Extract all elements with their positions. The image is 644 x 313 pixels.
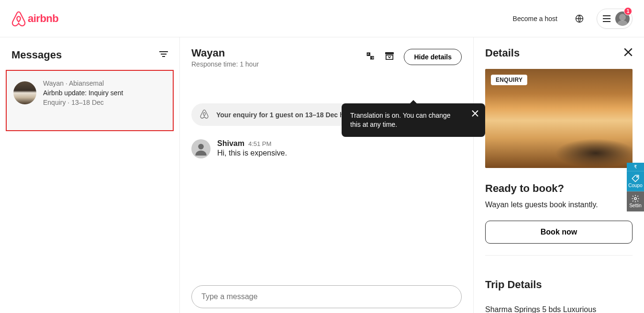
messages-column: Messages Wayan · Abiansemal Airbnb updat… [0, 37, 180, 313]
message-time: 4:51 PM [248, 140, 271, 147]
menu-icon [603, 15, 611, 22]
header-right: Become a host 1 [508, 9, 633, 29]
conversation-response-time: Response time: 1 hour [191, 60, 259, 68]
conversation-name: Wayan [191, 47, 259, 59]
thread-meta: Enquiry · 13–18 Dec [43, 99, 123, 106]
avatar [191, 139, 211, 158]
app-header: airbnb Become a host 1 [0, 0, 644, 37]
hide-details-button[interactable]: Hide details [404, 49, 462, 65]
enquiry-badge: ENQUIRY [491, 75, 527, 85]
svg-rect-2 [161, 54, 167, 55]
thread-sender: Wayan · Abiansemal [43, 79, 123, 87]
close-icon[interactable] [472, 110, 478, 119]
divider [485, 255, 633, 256]
trip-listing-name: Sharma Springs 5 bds Luxurious [485, 305, 633, 313]
message-sender: Shivam [217, 139, 244, 148]
svg-rect-1 [159, 51, 168, 52]
brand-text: airbnb [28, 12, 58, 25]
svg-point-8 [637, 176, 638, 177]
coupons-tab[interactable]: Coupo [627, 171, 644, 191]
conversation-column: Wayan Response time: 1 hour A文 Hide deta… [180, 37, 474, 313]
message-input[interactable]: Type a message [191, 285, 462, 308]
brand-logo[interactable]: airbnb [11, 11, 58, 26]
svg-point-7 [198, 144, 204, 150]
thread-item[interactable]: Wayan · Abiansemal Airbnb update: Inquir… [6, 70, 174, 131]
messages-title: Messages [11, 49, 62, 61]
listing-image: ENQUIRY [485, 69, 633, 168]
details-column: Details ENQUIRY Ready to book? Wayan let… [474, 37, 644, 313]
svg-rect-6 [385, 52, 394, 55]
trip-details-title: Trip Details [485, 279, 633, 291]
svg-text:文: 文 [371, 56, 374, 59]
message-row: Shivam 4:51 PM Hi, this is expensive. [191, 139, 462, 158]
book-now-button[interactable]: Book now [485, 221, 633, 244]
thread-subject: Airbnb update: Inquiry sent [43, 89, 123, 97]
archive-icon[interactable] [385, 52, 394, 62]
language-icon[interactable] [570, 9, 589, 28]
user-menu[interactable]: 1 [597, 9, 633, 29]
close-icon[interactable] [624, 48, 633, 58]
side-widget[interactable]: ₹ Coupo Settin [627, 163, 644, 212]
notification-badge: 1 [624, 7, 632, 15]
svg-point-9 [634, 198, 637, 200]
ready-to-book-title: Ready to book? [485, 182, 633, 195]
message-text: Hi, this is expensive. [217, 149, 287, 157]
svg-text:A: A [367, 53, 369, 56]
ready-to-book-subtitle: Wayan lets guests book instantly. [485, 201, 633, 209]
main: Messages Wayan · Abiansemal Airbnb updat… [0, 37, 644, 313]
currency-tab[interactable]: ₹ [627, 163, 644, 171]
airbnb-small-icon [200, 109, 209, 120]
tooltip-text: Translation is on. You can change this a… [350, 112, 451, 128]
svg-rect-3 [162, 56, 165, 57]
filter-icon[interactable] [159, 51, 168, 59]
details-title: Details [485, 47, 520, 59]
settings-tab[interactable]: Settin [627, 191, 644, 212]
translate-icon[interactable]: A文 [366, 51, 375, 63]
translation-tooltip: Translation is on. You can change this a… [342, 103, 485, 137]
thread-thumbnail [13, 81, 36, 104]
become-host-link[interactable]: Become a host [508, 10, 562, 27]
